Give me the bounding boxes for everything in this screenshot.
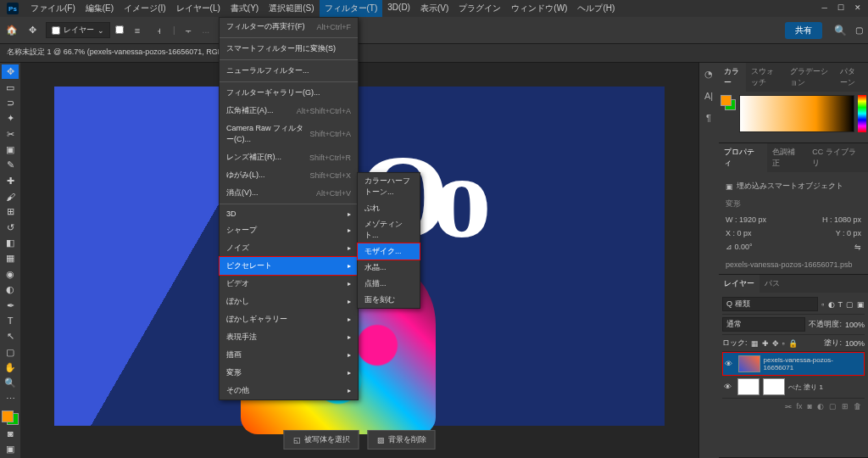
character-icon[interactable]: A|	[701, 88, 716, 103]
pixelate-item[interactable]: モザイク...	[357, 243, 420, 260]
paragraph-icon[interactable]: ¶	[701, 110, 716, 126]
shape-tool[interactable]: ▢	[2, 344, 19, 359]
pixelate-item[interactable]: カラーハーフトーン...	[358, 173, 420, 200]
flip-icon[interactable]: ⇋	[854, 243, 861, 251]
color-picker-icon[interactable]: ◔	[701, 66, 716, 81]
filter-item[interactable]: フィルターギャラリー(G)...	[220, 84, 358, 102]
dodge-tool[interactable]: ◐	[2, 282, 19, 297]
path-select-tool[interactable]: ↖	[2, 329, 19, 344]
panel-tab[interactable]: スウォッチ	[746, 63, 785, 92]
layer-style-icon[interactable]: fx	[797, 402, 803, 411]
close-button[interactable]: ✕	[854, 3, 861, 12]
layer-filter[interactable]: Q 種類	[722, 297, 818, 311]
marquee-tool[interactable]: ▭	[2, 80, 19, 94]
filter-adj-icon[interactable]: ◐	[828, 300, 835, 309]
wand-tool[interactable]: ✦	[2, 111, 19, 126]
blur-tool[interactable]: ◉	[2, 267, 19, 282]
layer-mask-thumb[interactable]	[763, 378, 785, 395]
layer-mask-icon[interactable]: ◙	[808, 402, 812, 411]
filter-type-icon[interactable]: T	[838, 300, 843, 309]
filter-smart-icon[interactable]: ▣	[857, 300, 865, 309]
filter-item[interactable]: 3D	[220, 206, 358, 221]
filter-item[interactable]: ニューラルフィルター...	[220, 62, 358, 80]
filter-shape-icon[interactable]: ▢	[846, 300, 854, 309]
move-tool-icon[interactable]: ✥	[24, 22, 41, 39]
history-brush-tool[interactable]: ↺	[2, 221, 19, 235]
layer-row[interactable]: 👁pexels-vanessa-pozos-16656071	[722, 352, 865, 376]
pixelate-item[interactable]: 水晶...	[358, 260, 420, 276]
filter-item[interactable]: ゆがみ(L)...Shift+Ctrl+X	[220, 166, 358, 184]
lock-all-icon[interactable]: ▦	[751, 339, 759, 348]
home-icon[interactable]: 🏠	[5, 24, 19, 37]
distribute-icon[interactable]: ⫟	[181, 22, 198, 39]
pixelate-item[interactable]: 面を刻む	[358, 292, 420, 308]
color-panel[interactable]	[719, 92, 868, 142]
document-tab[interactable]: 名称未設定 1 @ 66.7% (pexels-vanessa-pozos-16…	[0, 44, 868, 63]
select-subject-button[interactable]: ◱ 被写体を選択	[284, 430, 359, 450]
filter-image-icon[interactable]: ▫	[821, 300, 824, 309]
menu-2[interactable]: イメージ(I)	[119, 0, 170, 17]
color-swatches[interactable]	[2, 411, 19, 425]
filter-item[interactable]: Camera Raw フィルター(C)...Shift+Ctrl+A	[220, 120, 358, 148]
menu-3[interactable]: レイヤー(L)	[171, 0, 225, 17]
crop-tool[interactable]: ✂	[2, 126, 19, 141]
lock-pos-icon[interactable]: ✚	[762, 339, 769, 348]
panel-tab[interactable]: レイヤー	[719, 275, 760, 293]
share-button[interactable]: 共有	[785, 22, 822, 39]
transform-controls-toggle[interactable]	[115, 25, 124, 36]
healing-tool[interactable]: ✚	[2, 174, 19, 188]
blend-mode[interactable]: 通常	[722, 317, 805, 332]
filter-item[interactable]: ノイズ	[220, 239, 358, 257]
group-icon[interactable]: ▢	[829, 402, 837, 411]
filter-item[interactable]: 描画	[220, 346, 358, 364]
layer-name[interactable]: べた 塗り 1	[788, 383, 823, 392]
panel-tab[interactable]: CC ライブラリ	[807, 143, 868, 172]
menu-9[interactable]: プラグイン	[453, 0, 506, 17]
filter-item[interactable]: その他	[220, 382, 358, 399]
zoom-tool[interactable]: 🔍	[2, 376, 19, 390]
link-layers-icon[interactable]: ⫘	[784, 402, 792, 411]
menu-0[interactable]: ファイル(F)	[25, 0, 81, 17]
lock-artboard-icon[interactable]: ▫	[782, 339, 785, 348]
menu-1[interactable]: 編集(E)	[81, 0, 119, 17]
stamp-tool[interactable]: ⊞	[2, 204, 19, 219]
filter-item[interactable]: 変形	[220, 364, 358, 382]
new-layer-icon[interactable]: ⊞	[842, 402, 849, 411]
menu-8[interactable]: 表示(V)	[415, 0, 453, 17]
menu-6[interactable]: フィルター(T)	[320, 0, 383, 17]
filter-item[interactable]: スマートフィルター用に変換(S)	[220, 40, 358, 58]
adjustment-layer-icon[interactable]: ◐	[817, 402, 824, 411]
remove-background-button[interactable]: ▨ 背景を削除	[368, 430, 436, 450]
opacity-value[interactable]: 100%	[845, 321, 865, 329]
type-tool[interactable]: T	[2, 314, 19, 328]
brush-tool[interactable]: 🖌	[2, 189, 19, 204]
hand-tool[interactable]: ✋	[2, 360, 19, 375]
delete-layer-icon[interactable]: 🗑	[854, 402, 861, 411]
screen-mode[interactable]: ▣	[2, 442, 19, 456]
panel-tab[interactable]: パス	[760, 275, 785, 293]
filter-item[interactable]: 広角補正(A)...Alt+Shift+Ctrl+A	[220, 102, 358, 120]
filter-item[interactable]: シャープ	[220, 221, 358, 239]
panel-tab[interactable]: 色調補正	[767, 143, 808, 172]
layer-thumbnail[interactable]	[737, 378, 760, 395]
search-icon[interactable]: 🔍	[834, 25, 847, 36]
maximize-button[interactable]: ☐	[837, 3, 844, 12]
layer-thumbnail[interactable]	[738, 355, 760, 372]
layer-name[interactable]: pexels-vanessa-pozos-16656071	[764, 356, 862, 371]
workspace-icon[interactable]: ▢	[855, 25, 863, 35]
align-icon[interactable]: ≡	[129, 22, 146, 39]
menu-7[interactable]: 3D(D)	[382, 0, 415, 17]
eraser-tool[interactable]: ◧	[2, 236, 19, 250]
lock-icon[interactable]: 🔒	[788, 339, 798, 348]
menu-5[interactable]: 選択範囲(S)	[264, 0, 319, 17]
visibility-icon[interactable]: 👁	[725, 360, 735, 368]
menu-11[interactable]: ヘルプ(H)	[572, 0, 620, 17]
gradient-tool[interactable]: ▦	[2, 251, 19, 265]
menu-4[interactable]: 書式(Y)	[225, 0, 264, 17]
pen-tool[interactable]: ✒	[2, 298, 19, 312]
pixelate-item[interactable]: メゾティント...	[358, 216, 420, 243]
color-field[interactable]	[739, 95, 854, 132]
minimize-button[interactable]: ─	[822, 3, 827, 12]
panel-tab[interactable]: パターン	[835, 63, 868, 92]
frame-tool[interactable]: ▣	[2, 142, 19, 157]
